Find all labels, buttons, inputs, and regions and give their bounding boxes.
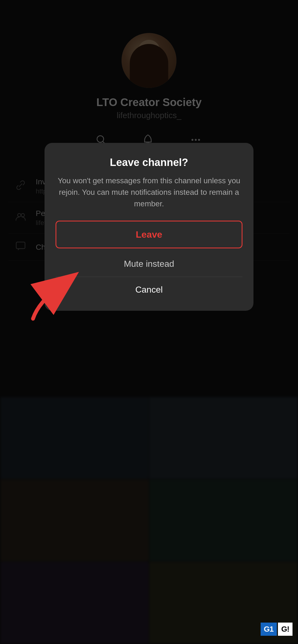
leave-channel-dialog: Leave channel? You won't get messages fr… xyxy=(45,143,253,311)
watermark: G1 G! xyxy=(261,623,293,636)
dialog-message: You won't get messages from this channel… xyxy=(56,175,242,210)
dim-overlay xyxy=(0,0,298,644)
watermark-part2: G! xyxy=(278,623,293,636)
leave-button[interactable]: Leave xyxy=(56,221,242,248)
mute-instead-button[interactable]: Mute instead xyxy=(56,251,242,277)
cancel-button[interactable]: Cancel xyxy=(56,277,242,302)
dialog-title: Leave channel? xyxy=(110,157,188,168)
watermark-part1: G1 xyxy=(261,623,277,636)
